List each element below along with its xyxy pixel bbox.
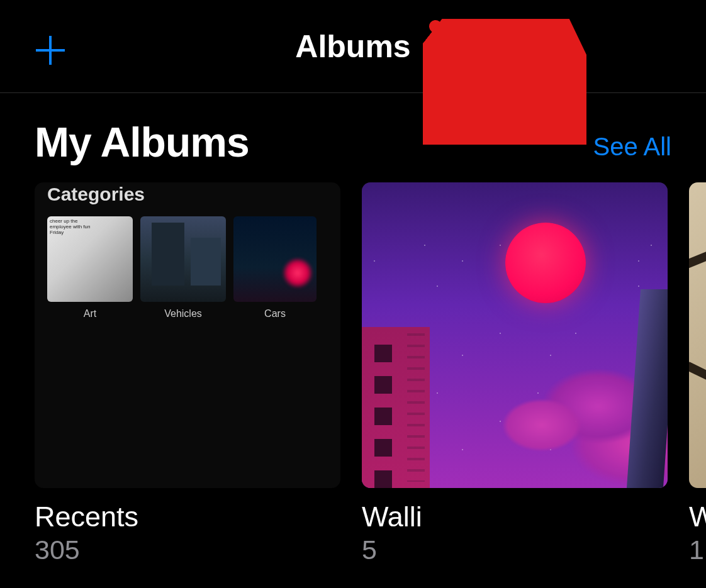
- building-left: [362, 327, 430, 488]
- category-thumb: [140, 216, 226, 302]
- page-title: Albums: [35, 28, 671, 65]
- album-name: W: [689, 501, 706, 533]
- album-thumbnail[interactable]: [362, 182, 668, 488]
- album-name: Recents: [35, 501, 340, 533]
- category-thumb: [233, 216, 317, 302]
- category-label: Cars: [264, 308, 286, 319]
- see-all-link[interactable]: See All: [593, 133, 671, 161]
- category-label: Art: [84, 308, 96, 319]
- recents-cover: Categories Art Vehicles Cars: [35, 182, 340, 488]
- album-name: Walli: [362, 501, 668, 533]
- album-count: 305: [35, 535, 340, 565]
- albums-row[interactable]: Categories Art Vehicles Cars: [0, 177, 706, 565]
- section-header: My Albums See All: [0, 93, 706, 177]
- album-count: 5: [362, 535, 668, 565]
- categories-row: Art Vehicles Cars: [47, 216, 328, 319]
- category-cars: Cars: [233, 216, 317, 319]
- category-thumb: [47, 216, 133, 302]
- album-walli[interactable]: Walli 5: [362, 182, 668, 565]
- album-thumbnail[interactable]: [689, 182, 706, 488]
- walli-cover: [362, 182, 668, 488]
- album-thumbnail[interactable]: Categories Art Vehicles Cars: [35, 182, 340, 488]
- categories-label: Categories: [47, 184, 328, 205]
- add-button[interactable]: [31, 31, 69, 69]
- album-count: 1: [689, 535, 706, 565]
- category-vehicles: Vehicles: [140, 216, 226, 319]
- plus-icon: [35, 35, 66, 66]
- category-art: Art: [47, 216, 133, 319]
- section-title: My Albums: [35, 118, 249, 166]
- nav-bar: Albums: [0, 0, 706, 93]
- album-recents[interactable]: Categories Art Vehicles Cars: [35, 182, 340, 565]
- peek-cover: [689, 182, 706, 488]
- album-peek[interactable]: W 1: [689, 182, 706, 565]
- sun-decor: [505, 223, 586, 303]
- category-label: Vehicles: [164, 308, 202, 319]
